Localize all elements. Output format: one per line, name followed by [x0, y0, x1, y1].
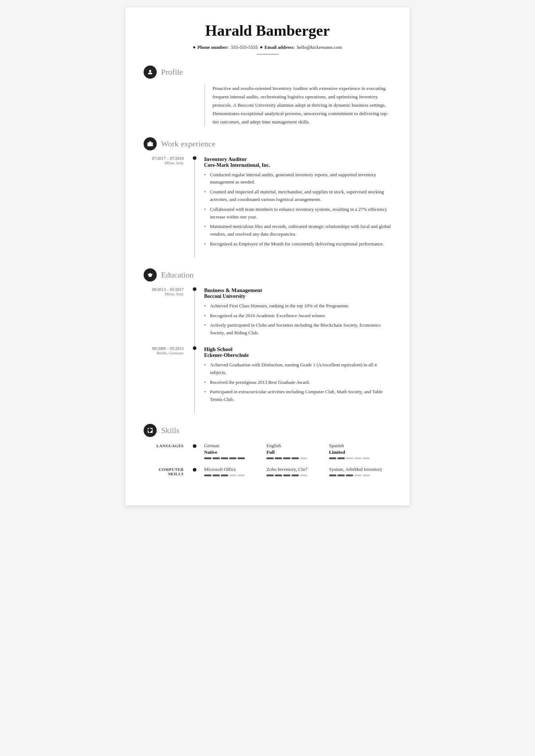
edu-degree-0: Business & Management [204, 287, 391, 294]
bar-seg [346, 475, 353, 476]
edu-bullet-0-0: Achieved First Class Honours, ranking in… [204, 302, 391, 310]
resume-page: Harald Bamberger Phone number: 555-555-5… [125, 7, 410, 505]
bar-seg [238, 457, 245, 459]
work-entry-0-location: Milan, Italy [144, 161, 184, 165]
work-entry-0-right: Inventory Auditor Core-Mark Internationa… [198, 156, 391, 257]
languages-dot [191, 443, 198, 448]
education-icon [144, 268, 157, 281]
language-name-2: Spanish [329, 443, 391, 449]
computer-skill-name-1: Zoho Inventory, Cin7 [266, 466, 329, 472]
profile-text: Proactive and results-oriented Inventory… [212, 84, 391, 126]
work-entry-0-left: 07/2017 – 07/2019 Milan, Italy [144, 156, 191, 257]
bar-seg [292, 457, 299, 459]
edu-entry-1-date: 09/2009 – 05/2013 [144, 346, 184, 351]
edu-bullets-1: Achieved Graduation with Distinction, ea… [204, 361, 391, 403]
bar-seg [221, 457, 228, 459]
edu-entry-1-right: High School Eckener-Oberschule Achieved … [198, 346, 391, 413]
bar-seg [300, 475, 307, 476]
language-item-0: German Native [204, 443, 266, 459]
computer-skill-name-2: Systum, ArbiMed Inventory [329, 466, 391, 472]
language-name-0: German [204, 443, 266, 449]
edu-timeline-dot-0 [193, 287, 196, 291]
edu-timeline-line-0 [194, 291, 195, 346]
edu-entry-0-right: Business & Management Bocconi University… [198, 287, 391, 346]
edu-bullets-0: Achieved First Class Honours, ranking in… [204, 302, 391, 337]
work-bullet-0-3: Maintained meticulous files and records,… [204, 223, 391, 238]
edu-bullet-0-1: Recognized as the 2016 Academic Excellen… [204, 312, 391, 320]
work-entry-0-date: 07/2017 – 07/2019 [144, 156, 184, 161]
language-bar-0 [204, 457, 266, 459]
bullet-dot-2 [260, 46, 262, 48]
bar-seg [275, 457, 282, 459]
bar-seg [283, 475, 290, 476]
language-bar-1 [266, 457, 329, 459]
edu-entry-1-location: Berlin, Germany [144, 351, 184, 355]
work-section-header: Work experience [144, 137, 391, 150]
svg-rect-1 [148, 142, 153, 146]
edu-bullet-1-2: Participated in extracurricular activiti… [204, 388, 391, 403]
edu-degree-1: High School [204, 346, 391, 353]
profile-section: Profile Proactive and results-oriented I… [144, 66, 391, 126]
work-title: Work experience [161, 139, 215, 149]
edu-timeline-line-1 [194, 350, 195, 413]
education-section: Education 09/2013 – 05/2017 Milan, Italy… [144, 268, 391, 413]
work-entry-0-center [191, 156, 198, 257]
work-bullets-0: Conducted regular internal audits, gener… [204, 171, 391, 248]
computer-skills-dot [191, 466, 198, 472]
profile-content: Proactive and results-oriented Inventory… [204, 84, 391, 126]
edu-entry-1-left: 09/2009 – 05/2013 Berlin, Germany [144, 346, 191, 413]
bar-seg [266, 475, 274, 476]
bar-seg [346, 457, 353, 459]
computer-skill-item-2: Systum, ArbiMed Inventory [329, 466, 391, 476]
profile-section-header: Profile [144, 66, 391, 79]
language-level-1: Full [266, 449, 329, 455]
edu-bullet-1-1: Received the prestigious 2013 Best Gradu… [204, 379, 391, 386]
skills-computer-row: COMPUTER SKILLS Microsoft Office Zoh [144, 466, 391, 476]
work-bullet-0-4: Recognized as Employee of the Month for … [204, 240, 391, 248]
work-company-0: Core-Mark International, Inc. [204, 162, 391, 168]
profile-title: Profile [161, 67, 183, 77]
bar-seg [292, 475, 299, 476]
computer-skill-item-0: Microsoft Office [204, 466, 266, 476]
language-item-2: Spanish Limited [329, 443, 391, 459]
language-item-1: English Full [266, 443, 329, 459]
candidate-name: Harald Bamberger [144, 22, 391, 39]
education-title: Education [161, 270, 194, 280]
bar-seg [221, 475, 228, 476]
bar-seg [266, 457, 274, 459]
header-divider [257, 54, 278, 55]
education-section-header: Education [144, 268, 391, 281]
bar-seg [354, 457, 362, 459]
work-entry-0: 07/2017 – 07/2019 Milan, Italy Inventory… [144, 156, 391, 257]
language-bar-2 [329, 457, 391, 459]
languages-timeline-dot [193, 444, 196, 448]
edu-entry-0-left: 09/2013 – 05/2017 Milan, Italy [144, 287, 191, 346]
bar-seg [329, 457, 336, 459]
work-icon [144, 137, 157, 150]
bullet-dot-1 [193, 46, 195, 48]
skills-languages-row: LANGUAGES German Native En [144, 443, 391, 459]
bar-seg [329, 475, 336, 476]
bar-seg [363, 475, 370, 476]
language-level-2: Limited [329, 449, 391, 455]
skills-icon [144, 424, 157, 437]
email-label: Email address: [265, 44, 295, 50]
language-level-0: Native [204, 449, 266, 455]
computer-skill-item-1: Zoho Inventory, Cin7 [266, 466, 329, 476]
bar-seg [300, 457, 307, 459]
bar-seg [212, 457, 220, 459]
edu-entry-1: 09/2009 – 05/2013 Berlin, Germany High S… [144, 346, 391, 413]
work-bullet-0-0: Conducted regular internal audits, gener… [204, 171, 391, 186]
profile-icon [144, 66, 157, 79]
computer-skills-content: Microsoft Office Zoho Inventory, Cin7 [198, 466, 391, 476]
work-timeline-dot-0 [193, 156, 196, 160]
edu-school-1: Eckener-Oberschule [204, 353, 391, 358]
computer-skills-label: COMPUTER SKILLS [144, 466, 191, 476]
edu-entry-0-center [191, 287, 198, 346]
bar-seg [229, 457, 237, 459]
edu-timeline-dot-1 [193, 346, 196, 350]
bar-seg [229, 475, 237, 476]
phone-label: Phone number: [198, 44, 229, 50]
bar-seg [354, 475, 362, 476]
computer-skills-timeline-dot [193, 468, 196, 472]
